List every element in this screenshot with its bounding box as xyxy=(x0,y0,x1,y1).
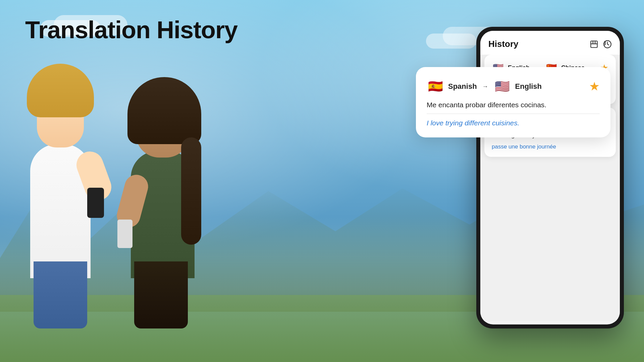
target-flag-featured: 🇺🇸 xyxy=(494,78,511,95)
history-header-title: History xyxy=(488,39,519,49)
translated-text-2: passe une bonne journée xyxy=(492,143,608,151)
page-title: Translation History xyxy=(25,16,237,44)
person-right xyxy=(114,44,228,345)
lang-pair-featured: 🇪🇸 Spanish → 🇺🇸 English xyxy=(427,78,542,95)
arrow-featured: → xyxy=(482,83,488,90)
history-header: History xyxy=(480,31,620,55)
lang-row-featured: 🇪🇸 Spanish → 🇺🇸 English ★ xyxy=(427,78,600,95)
original-text-featured: Me encanta probar diferentes cocinas. xyxy=(427,100,600,110)
star-featured[interactable]: ★ xyxy=(589,79,600,94)
source-lang-featured: Spanish xyxy=(448,82,477,91)
featured-translation-card[interactable]: 🇪🇸 Spanish → 🇺🇸 English ★ Me encanta pro… xyxy=(416,67,610,137)
person-left xyxy=(13,44,121,345)
translated-text-featured: I love trying different cuisines. xyxy=(427,118,600,128)
target-lang-featured: English xyxy=(515,82,542,91)
header-actions xyxy=(590,40,612,49)
source-flag-featured: 🇪🇸 xyxy=(427,78,444,95)
phone-mockup: 🇪🇸 Spanish → 🇺🇸 English ★ Me encanta pro… xyxy=(476,27,624,328)
history-clock-icon[interactable] xyxy=(603,40,612,49)
divider-featured xyxy=(427,114,600,114)
save-icon[interactable] xyxy=(590,40,598,49)
